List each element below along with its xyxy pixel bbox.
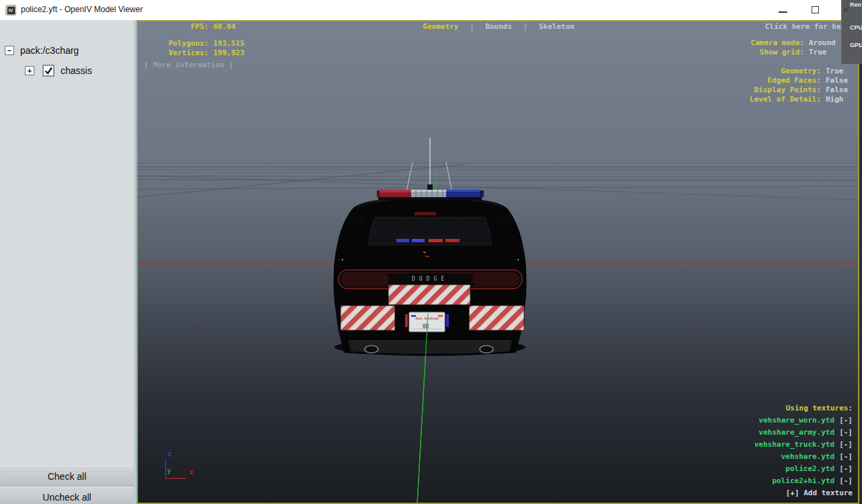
camera-mode-value: Around	[809, 38, 836, 48]
edged-faces-value: False	[826, 76, 848, 85]
close-icon: ✕	[842, 5, 850, 15]
exhaust-tip-left	[365, 346, 378, 353]
bumper-chevron-left	[340, 305, 395, 330]
interior-light-red-2	[445, 239, 460, 242]
model-tree-sidebar: − pack:/c3charg + chassis Check all Unch…	[0, 20, 134, 504]
texture-list: Using textures: vehshare_worn.ytd[-] veh…	[754, 402, 853, 499]
right-edge-strip	[859, 0, 862, 504]
deck-light-2	[425, 256, 429, 257]
level-of-detail-value: High	[826, 95, 844, 104]
plate-light-red	[405, 314, 408, 327]
sidebar-scrollbar[interactable]	[134, 20, 137, 504]
texture-name[interactable]: vehshare_truck.ytd	[754, 440, 834, 449]
tree-root-row: − pack:/c3charg	[5, 45, 79, 56]
high-mount-stop-light	[415, 212, 436, 215]
police-car-model[interactable]: DODGE San Andreas	[334, 138, 527, 356]
maximize-button[interactable]	[803, 0, 826, 19]
vertices-row: Vertices: 199,923	[138, 48, 244, 58]
chassis-checkbox[interactable]	[42, 65, 55, 77]
texture-remove-button[interactable]: [-]	[839, 464, 853, 473]
plate-light-blue	[446, 314, 449, 327]
trunk-chevron-panel	[388, 285, 470, 305]
more-information-link[interactable]: [ More information ]	[144, 61, 233, 70]
texture-row: police2.ytd[-]	[754, 463, 853, 475]
texture-name[interactable]: vehshare.ytd	[781, 452, 834, 461]
maximize-icon	[812, 6, 819, 13]
add-texture-button[interactable]: [+] Add texture	[754, 487, 853, 499]
right-mirror	[496, 216, 511, 225]
display-info: Geometry:True Edged Faces:False Display …	[673, 67, 848, 104]
texture-row: vehshare_army.ytd[-]	[754, 427, 853, 439]
texture-row: vehshare_worn.ytd[-]	[754, 415, 853, 427]
axis-y-label: y	[167, 466, 172, 475]
gpu-stat-label: GPU	[850, 42, 862, 48]
minimize-button[interactable]	[771, 0, 794, 19]
tab-separator: |	[524, 22, 528, 31]
tree-child-row: + chassis	[25, 65, 92, 77]
uncheck-all-button[interactable]: Uncheck all	[0, 487, 134, 504]
tab-bounds[interactable]: Bounds	[485, 22, 512, 31]
texture-remove-button[interactable]: [-]	[839, 440, 853, 449]
texture-row: vehshare.ytd[-]	[754, 451, 853, 463]
exhaust-tip-right	[480, 346, 493, 353]
display-points-value: False	[826, 85, 848, 95]
checkmark-icon	[44, 66, 53, 75]
show-grid-value: True	[809, 48, 827, 57]
help-link[interactable]: Click here for help	[765, 22, 850, 32]
axis-x-label: x	[189, 468, 194, 476]
show-grid-label: Show grid:	[673, 48, 804, 57]
dodge-badge: DODGE	[412, 276, 448, 282]
interior-light-red-1	[429, 239, 443, 242]
collapse-expander-icon[interactable]: −	[5, 46, 14, 55]
interior-light-blue-1	[396, 239, 409, 242]
vertices-value: 199,923	[213, 48, 244, 58]
texture-name[interactable]: vehshare_worn.ytd	[759, 416, 835, 425]
texture-name[interactable]: police2.ytd	[785, 464, 834, 473]
polygons-row: Polygons: 193,515	[138, 39, 244, 48]
axis-z-label: z	[168, 449, 172, 458]
texture-remove-button[interactable]: [-]	[839, 452, 853, 461]
openiv-logo-icon: IV	[7, 7, 15, 14]
cpu-stat-label: CPU	[850, 24, 862, 31]
roof-light-bar	[377, 190, 484, 201]
bumper-chevron-right	[469, 305, 524, 330]
perspective-grid-lines	[138, 163, 858, 200]
texture-remove-button[interactable]: [-]	[839, 476, 853, 485]
level-of-detail-label: Level of Detail:	[673, 95, 821, 104]
polygons-label: Polygons:	[138, 39, 209, 48]
texture-list-title: Using textures:	[754, 402, 853, 415]
window-title: police2.yft - OpenIV Model Viewer	[21, 5, 143, 14]
close-button[interactable]: ✕	[834, 0, 857, 19]
tab-separator: |	[470, 22, 474, 31]
tree-root-label[interactable]: pack:/c3charg	[20, 45, 79, 56]
texture-remove-button[interactable]: [-]	[839, 416, 853, 425]
texture-name[interactable]: police2+hi.ytd	[772, 476, 834, 485]
app-icon: IV	[5, 5, 16, 15]
geometry-value: True	[826, 67, 844, 76]
texture-row: police2+hi.ytd[-]	[754, 475, 853, 487]
check-all-button[interactable]: Check all	[0, 466, 134, 487]
display-points-label: Display Points:	[673, 85, 821, 95]
polygons-value: 193,515	[213, 39, 244, 48]
camera-mode-label: Camera mode:	[673, 38, 804, 48]
tab-skeleton[interactable]: Skeleton	[539, 22, 575, 31]
edged-faces-label: Edged Faces:	[673, 76, 821, 85]
rear-window	[368, 217, 492, 245]
expand-expander-icon[interactable]: +	[25, 66, 34, 75]
geometry-label: Geometry:	[673, 67, 821, 76]
left-mirror	[350, 216, 365, 225]
camera-info: Camera mode:Around Show grid:True	[673, 38, 836, 57]
texture-row: vehshare_truck.ytd[-]	[754, 439, 853, 451]
vertices-label: Vertices:	[138, 48, 209, 58]
tab-geometry[interactable]: Geometry	[423, 22, 458, 31]
axis-gizmo: z y x	[166, 449, 194, 478]
openiv-model-viewer-window: IV police2.yft - OpenIV Model Viewer ✕ −…	[0, 0, 862, 504]
view-mode-tabs: Geometry | Bounds | Skeleton	[138, 22, 859, 32]
minimize-icon	[779, 11, 787, 13]
tree-child-label[interactable]: chassis	[61, 65, 92, 76]
texture-remove-button[interactable]: [-]	[839, 428, 853, 437]
title-bar[interactable]: IV police2.yft - OpenIV Model Viewer ✕	[0, 0, 862, 20]
interior-light-blue-2	[412, 239, 425, 242]
texture-name[interactable]: vehshare_army.ytd	[759, 428, 835, 437]
deck-light-1	[423, 252, 426, 253]
